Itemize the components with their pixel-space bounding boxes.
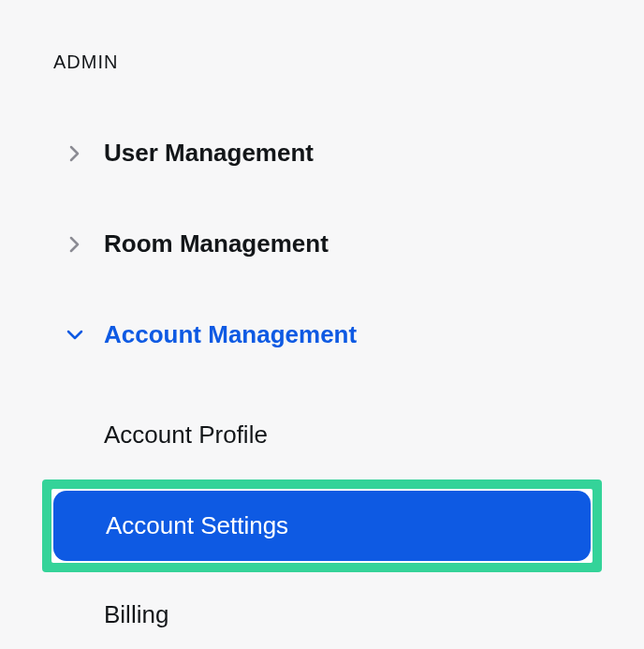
chevron-down-icon xyxy=(66,327,83,344)
subnav-account-management: Account Profile Account Settings Billing xyxy=(51,400,593,649)
chevron-right-icon xyxy=(66,145,83,162)
section-header-admin: ADMIN xyxy=(53,52,593,73)
chevron-right-icon xyxy=(66,236,83,253)
nav-label: Account Management xyxy=(104,320,357,349)
subnav-item-account-profile[interactable]: Account Profile xyxy=(51,400,593,470)
subnav-item-billing[interactable]: Billing xyxy=(51,580,593,649)
nav-label: Room Management xyxy=(104,229,329,258)
highlight-callout: Account Settings xyxy=(42,479,602,572)
nav-item-account-management[interactable]: Account Management xyxy=(51,320,593,349)
nav-item-user-management[interactable]: User Management xyxy=(51,139,593,168)
subnav-item-account-settings[interactable]: Account Settings xyxy=(53,491,591,561)
nav-item-room-management[interactable]: Room Management xyxy=(51,229,593,258)
highlight-inner: Account Settings xyxy=(51,489,593,563)
nav-label: User Management xyxy=(104,139,314,168)
